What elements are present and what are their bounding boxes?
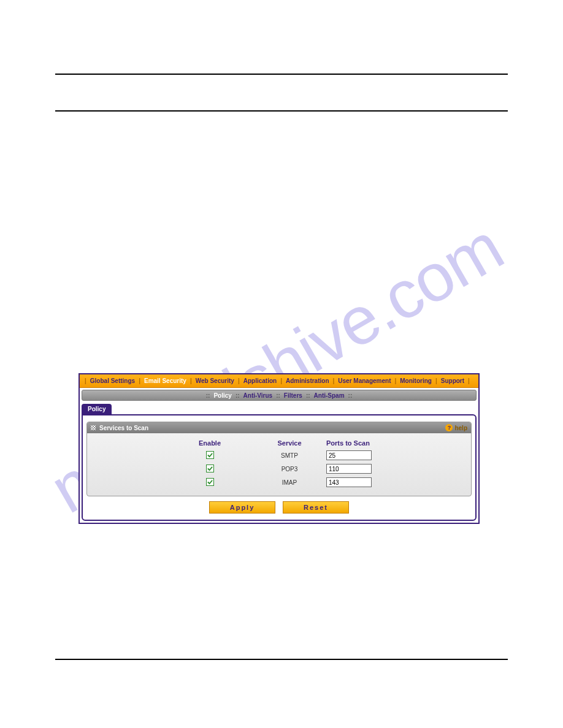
- sub-nav: :: Policy :: Anti-Virus :: Filters :: An…: [82, 390, 477, 401]
- services-grid: Enable Service Ports to Scan SMTP: [87, 433, 471, 496]
- section-title: Services to Scan: [99, 425, 148, 431]
- subnav-dots: ::: [348, 392, 353, 399]
- service-imap-label: IMAP: [253, 479, 326, 486]
- subnav-dots: ::: [276, 392, 280, 399]
- nav-separator: |: [188, 377, 194, 384]
- nav-administration[interactable]: Administration: [285, 377, 331, 384]
- subnav-policy[interactable]: Policy: [213, 392, 231, 399]
- port-smtp-input[interactable]: [326, 450, 372, 460]
- check-icon: [207, 479, 213, 485]
- col-enable: Enable: [167, 439, 253, 447]
- nav-global-settings[interactable]: Global Settings: [89, 377, 136, 384]
- divider: [55, 110, 508, 112]
- check-icon: [207, 452, 213, 458]
- reset-button[interactable]: Reset: [283, 501, 349, 514]
- divider: [55, 659, 508, 660]
- nav-separator: |: [236, 377, 242, 384]
- subnav-anti-virus[interactable]: Anti-Virus: [243, 392, 273, 399]
- help-icon: ?: [445, 424, 453, 431]
- subnav-filters[interactable]: Filters: [284, 392, 302, 399]
- service-pop3-label: POP3: [253, 466, 326, 472]
- panel-body: Services to Scan ? help Enable Service P…: [82, 414, 477, 521]
- port-pop3-input[interactable]: [326, 464, 372, 474]
- enable-imap-checkbox[interactable]: [206, 478, 214, 486]
- section-header: Services to Scan ? help: [87, 422, 471, 433]
- nav-support[interactable]: Support: [440, 377, 465, 384]
- subnav-dots: ::: [306, 392, 310, 399]
- enable-smtp-checkbox[interactable]: [206, 451, 214, 459]
- subnav-dots: ::: [206, 392, 210, 399]
- check-icon: [207, 465, 213, 472]
- nav-separator: |: [278, 377, 285, 384]
- divider: [55, 74, 508, 75]
- tab-row: Policy: [82, 403, 477, 414]
- grip-icon: [91, 425, 96, 430]
- tab-policy[interactable]: Policy: [82, 404, 112, 414]
- nav-separator: |: [392, 377, 399, 384]
- nav-separator: |: [82, 377, 89, 384]
- button-row: Apply Reset: [86, 496, 472, 516]
- subnav-dots: ::: [236, 392, 240, 399]
- top-nav: | Global Settings | Email Security | Web…: [80, 374, 478, 388]
- nav-email-security[interactable]: Email Security: [143, 377, 188, 384]
- nav-web-security[interactable]: Web Security: [194, 377, 236, 384]
- nav-separator: |: [465, 377, 472, 384]
- nav-separator: |: [433, 377, 440, 384]
- services-to-scan-section: Services to Scan ? help Enable Service P…: [86, 422, 472, 496]
- nav-separator: |: [331, 377, 337, 384]
- nav-user-management[interactable]: User Management: [337, 377, 392, 384]
- nav-application[interactable]: Application: [242, 377, 278, 384]
- col-service: Service: [253, 439, 326, 447]
- port-imap-input[interactable]: [326, 477, 372, 487]
- watermark-text: manualshive.com: [0, 104, 556, 632]
- policy-admin-panel: | Global Settings | Email Security | Web…: [79, 373, 480, 524]
- enable-pop3-checkbox[interactable]: [206, 464, 214, 472]
- nav-monitoring[interactable]: Monitoring: [399, 377, 433, 384]
- service-smtp-label: SMTP: [253, 452, 326, 459]
- col-ports: Ports to Scan: [326, 439, 424, 447]
- apply-button[interactable]: Apply: [209, 501, 275, 514]
- subnav-anti-spam[interactable]: Anti-Spam: [314, 392, 345, 399]
- help-link[interactable]: ? help: [445, 424, 467, 431]
- nav-separator: |: [136, 377, 143, 384]
- help-label: help: [454, 425, 467, 431]
